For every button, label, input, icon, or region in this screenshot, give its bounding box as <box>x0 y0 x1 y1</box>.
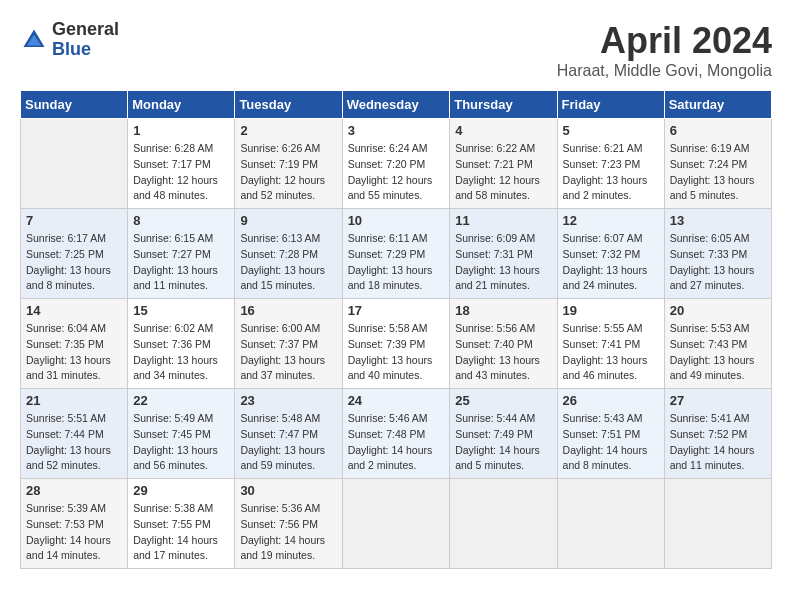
header-monday: Monday <box>128 91 235 119</box>
day-number: 10 <box>348 213 445 228</box>
calendar-cell: 27Sunrise: 5:41 AMSunset: 7:52 PMDayligh… <box>664 389 771 479</box>
logo-blue-label: Blue <box>52 40 119 60</box>
calendar-cell: 10Sunrise: 6:11 AMSunset: 7:29 PMDayligh… <box>342 209 450 299</box>
day-info: Sunrise: 6:28 AMSunset: 7:17 PMDaylight:… <box>133 141 229 204</box>
header-sunday: Sunday <box>21 91 128 119</box>
header-saturday: Saturday <box>664 91 771 119</box>
calendar-cell <box>664 479 771 569</box>
calendar-cell: 26Sunrise: 5:43 AMSunset: 7:51 PMDayligh… <box>557 389 664 479</box>
day-info: Sunrise: 6:24 AMSunset: 7:20 PMDaylight:… <box>348 141 445 204</box>
day-info: Sunrise: 6:04 AMSunset: 7:35 PMDaylight:… <box>26 321 122 384</box>
day-info: Sunrise: 6:22 AMSunset: 7:21 PMDaylight:… <box>455 141 551 204</box>
calendar-cell: 15Sunrise: 6:02 AMSunset: 7:36 PMDayligh… <box>128 299 235 389</box>
calendar-cell: 4Sunrise: 6:22 AMSunset: 7:21 PMDaylight… <box>450 119 557 209</box>
day-info: Sunrise: 5:46 AMSunset: 7:48 PMDaylight:… <box>348 411 445 474</box>
calendar-week-row: 21Sunrise: 5:51 AMSunset: 7:44 PMDayligh… <box>21 389 772 479</box>
day-number: 29 <box>133 483 229 498</box>
calendar-cell: 9Sunrise: 6:13 AMSunset: 7:28 PMDaylight… <box>235 209 342 299</box>
location-subtitle: Haraat, Middle Govi, Mongolia <box>557 62 772 80</box>
header-friday: Friday <box>557 91 664 119</box>
calendar-cell <box>21 119 128 209</box>
day-info: Sunrise: 6:11 AMSunset: 7:29 PMDaylight:… <box>348 231 445 294</box>
calendar-cell: 28Sunrise: 5:39 AMSunset: 7:53 PMDayligh… <box>21 479 128 569</box>
logo-general-label: General <box>52 20 119 40</box>
day-number: 16 <box>240 303 336 318</box>
day-info: Sunrise: 6:00 AMSunset: 7:37 PMDaylight:… <box>240 321 336 384</box>
day-info: Sunrise: 5:41 AMSunset: 7:52 PMDaylight:… <box>670 411 766 474</box>
day-number: 8 <box>133 213 229 228</box>
day-info: Sunrise: 6:02 AMSunset: 7:36 PMDaylight:… <box>133 321 229 384</box>
day-number: 4 <box>455 123 551 138</box>
day-info: Sunrise: 6:07 AMSunset: 7:32 PMDaylight:… <box>563 231 659 294</box>
calendar-cell: 25Sunrise: 5:44 AMSunset: 7:49 PMDayligh… <box>450 389 557 479</box>
calendar-cell: 29Sunrise: 5:38 AMSunset: 7:55 PMDayligh… <box>128 479 235 569</box>
page-header: General Blue April 2024 Haraat, Middle G… <box>20 20 772 80</box>
day-number: 11 <box>455 213 551 228</box>
calendar-week-row: 28Sunrise: 5:39 AMSunset: 7:53 PMDayligh… <box>21 479 772 569</box>
day-info: Sunrise: 5:51 AMSunset: 7:44 PMDaylight:… <box>26 411 122 474</box>
logo-text: General Blue <box>52 20 119 60</box>
calendar-cell: 1Sunrise: 6:28 AMSunset: 7:17 PMDaylight… <box>128 119 235 209</box>
day-info: Sunrise: 5:36 AMSunset: 7:56 PMDaylight:… <box>240 501 336 564</box>
month-title: April 2024 <box>557 20 772 62</box>
day-number: 5 <box>563 123 659 138</box>
day-info: Sunrise: 6:26 AMSunset: 7:19 PMDaylight:… <box>240 141 336 204</box>
day-number: 15 <box>133 303 229 318</box>
day-number: 18 <box>455 303 551 318</box>
calendar-cell: 30Sunrise: 5:36 AMSunset: 7:56 PMDayligh… <box>235 479 342 569</box>
calendar-cell: 7Sunrise: 6:17 AMSunset: 7:25 PMDaylight… <box>21 209 128 299</box>
day-number: 28 <box>26 483 122 498</box>
day-info: Sunrise: 5:58 AMSunset: 7:39 PMDaylight:… <box>348 321 445 384</box>
calendar-cell: 13Sunrise: 6:05 AMSunset: 7:33 PMDayligh… <box>664 209 771 299</box>
day-info: Sunrise: 5:55 AMSunset: 7:41 PMDaylight:… <box>563 321 659 384</box>
day-info: Sunrise: 6:19 AMSunset: 7:24 PMDaylight:… <box>670 141 766 204</box>
calendar-week-row: 7Sunrise: 6:17 AMSunset: 7:25 PMDaylight… <box>21 209 772 299</box>
calendar-cell: 11Sunrise: 6:09 AMSunset: 7:31 PMDayligh… <box>450 209 557 299</box>
day-info: Sunrise: 5:43 AMSunset: 7:51 PMDaylight:… <box>563 411 659 474</box>
logo-icon <box>20 26 48 54</box>
calendar-cell: 22Sunrise: 5:49 AMSunset: 7:45 PMDayligh… <box>128 389 235 479</box>
logo: General Blue <box>20 20 119 60</box>
day-number: 6 <box>670 123 766 138</box>
day-number: 22 <box>133 393 229 408</box>
day-number: 9 <box>240 213 336 228</box>
calendar-week-row: 1Sunrise: 6:28 AMSunset: 7:17 PMDaylight… <box>21 119 772 209</box>
calendar-cell <box>342 479 450 569</box>
calendar-cell <box>557 479 664 569</box>
day-number: 7 <box>26 213 122 228</box>
calendar-cell: 23Sunrise: 5:48 AMSunset: 7:47 PMDayligh… <box>235 389 342 479</box>
day-info: Sunrise: 6:05 AMSunset: 7:33 PMDaylight:… <box>670 231 766 294</box>
day-number: 2 <box>240 123 336 138</box>
calendar-cell: 5Sunrise: 6:21 AMSunset: 7:23 PMDaylight… <box>557 119 664 209</box>
day-info: Sunrise: 5:49 AMSunset: 7:45 PMDaylight:… <box>133 411 229 474</box>
calendar-cell: 16Sunrise: 6:00 AMSunset: 7:37 PMDayligh… <box>235 299 342 389</box>
day-number: 23 <box>240 393 336 408</box>
calendar-table: SundayMondayTuesdayWednesdayThursdayFrid… <box>20 90 772 569</box>
day-number: 14 <box>26 303 122 318</box>
day-number: 26 <box>563 393 659 408</box>
calendar-cell: 12Sunrise: 6:07 AMSunset: 7:32 PMDayligh… <box>557 209 664 299</box>
calendar-cell: 24Sunrise: 5:46 AMSunset: 7:48 PMDayligh… <box>342 389 450 479</box>
calendar-cell: 21Sunrise: 5:51 AMSunset: 7:44 PMDayligh… <box>21 389 128 479</box>
header-tuesday: Tuesday <box>235 91 342 119</box>
day-number: 12 <box>563 213 659 228</box>
title-section: April 2024 Haraat, Middle Govi, Mongolia <box>557 20 772 80</box>
day-number: 19 <box>563 303 659 318</box>
day-number: 20 <box>670 303 766 318</box>
day-info: Sunrise: 5:53 AMSunset: 7:43 PMDaylight:… <box>670 321 766 384</box>
calendar-cell: 3Sunrise: 6:24 AMSunset: 7:20 PMDaylight… <box>342 119 450 209</box>
day-info: Sunrise: 6:17 AMSunset: 7:25 PMDaylight:… <box>26 231 122 294</box>
day-info: Sunrise: 5:38 AMSunset: 7:55 PMDaylight:… <box>133 501 229 564</box>
day-info: Sunrise: 5:48 AMSunset: 7:47 PMDaylight:… <box>240 411 336 474</box>
day-info: Sunrise: 6:09 AMSunset: 7:31 PMDaylight:… <box>455 231 551 294</box>
day-info: Sunrise: 5:44 AMSunset: 7:49 PMDaylight:… <box>455 411 551 474</box>
calendar-cell: 17Sunrise: 5:58 AMSunset: 7:39 PMDayligh… <box>342 299 450 389</box>
day-number: 25 <box>455 393 551 408</box>
calendar-cell: 18Sunrise: 5:56 AMSunset: 7:40 PMDayligh… <box>450 299 557 389</box>
calendar-cell: 6Sunrise: 6:19 AMSunset: 7:24 PMDaylight… <box>664 119 771 209</box>
calendar-cell: 20Sunrise: 5:53 AMSunset: 7:43 PMDayligh… <box>664 299 771 389</box>
calendar-cell: 8Sunrise: 6:15 AMSunset: 7:27 PMDaylight… <box>128 209 235 299</box>
calendar-cell: 14Sunrise: 6:04 AMSunset: 7:35 PMDayligh… <box>21 299 128 389</box>
calendar-cell <box>450 479 557 569</box>
day-info: Sunrise: 6:15 AMSunset: 7:27 PMDaylight:… <box>133 231 229 294</box>
